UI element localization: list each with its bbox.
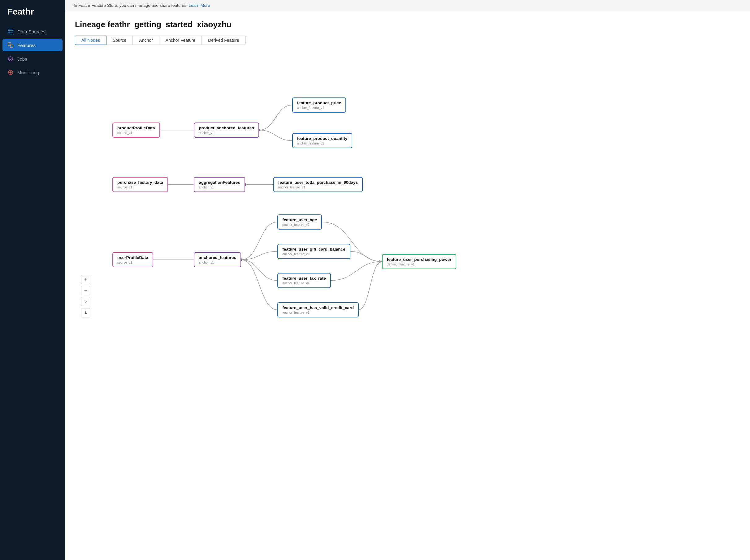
node-subtitle-aggregationFeatures: anchor_v1 [199, 185, 240, 189]
sidebar: Feathr Data Sources Features [0, 0, 65, 560]
node-title-feature_product_quantity: feature_product_quantity [297, 136, 348, 141]
node-subtitle-product_anchored_features: anchor_v1 [199, 131, 254, 135]
node-productProfileData[interactable]: productProfileDatasource_v1 [112, 122, 160, 138]
node-title-aggregationFeatures: aggregationFeatures [199, 180, 240, 185]
filter-tabs: All Nodes Source Anchor Anchor Feature D… [75, 36, 740, 45]
tab-source[interactable]: Source [106, 36, 133, 45]
download-button[interactable]: ⬇ [81, 308, 91, 317]
node-feature_product_quantity[interactable]: feature_product_quantityanchor_feature_v… [292, 133, 353, 148]
node-subtitle-feature_user_gift_card_balance: anchor_feature_v1 [282, 252, 345, 256]
tab-anchor[interactable]: Anchor [133, 36, 159, 45]
fit-button[interactable]: ⤢ [81, 297, 91, 306]
top-banner: In Feathr Feature Store, you can manage … [65, 0, 750, 11]
node-subtitle-feature_user_purchasing_power: derived_feature_v1 [387, 262, 452, 266]
node-feature_user_age[interactable]: feature_user_ageanchor_feature_v1 [277, 215, 322, 229]
tab-anchor-feature[interactable]: Anchor Feature [159, 36, 202, 45]
page-title: Lineage feathr_getting_started_xiaoyzhu [75, 20, 740, 29]
node-feature_user_totla_purchase_in_90days[interactable]: feature_user_totla_purchase_in_90daysanc… [273, 177, 363, 192]
node-title-feature_user_age: feature_user_age [282, 218, 317, 222]
node-title-feature_user_gift_card_balance: feature_user_gift_card_balance [282, 247, 345, 252]
node-purchase_history_data[interactable]: purchase_history_datasource_v1 [112, 177, 168, 192]
node-product_anchored_features[interactable]: product_anchored_featuresanchor_v1 [194, 122, 259, 138]
node-subtitle-feature_product_quantity: anchor_feature_v1 [297, 141, 348, 145]
node-feature_user_purchasing_power[interactable]: feature_user_purchasing_powerderived_fea… [382, 254, 457, 269]
sidebar-item-monitoring[interactable]: Monitoring [2, 66, 62, 79]
sidebar-item-label: Features [17, 43, 36, 48]
table-icon [7, 28, 14, 35]
sidebar-item-data-sources[interactable]: Data Sources [2, 25, 62, 38]
svg-point-6 [8, 57, 13, 61]
node-feature_product_price[interactable]: feature_product_priceanchor_feature_v1 [292, 98, 347, 113]
banner-text: In Feathr Feature Store, you can manage … [74, 3, 188, 8]
node-title-feature_user_has_valid_credit_card: feature_user_has_valid_credit_card [282, 305, 354, 310]
node-title-feature_user_totla_purchase_in_90days: feature_user_totla_purchase_in_90days [278, 180, 358, 185]
sidebar-item-label: Monitoring [17, 70, 39, 75]
zoom-out-button[interactable]: − [81, 286, 91, 295]
zoom-in-button[interactable]: + [81, 275, 91, 284]
tab-derived-feature[interactable]: Derived Feature [201, 36, 245, 45]
node-title-anchored_features: anchored_features [199, 255, 236, 260]
lineage-svg [75, 55, 469, 330]
main-content: In Feathr Feature Store, you can manage … [65, 0, 750, 560]
svg-point-9 [10, 72, 11, 73]
node-title-userProfileData: userProfileData [117, 255, 148, 260]
node-subtitle-feature_user_tax_rate: anchor_feature_v1 [282, 281, 325, 285]
zoom-controls: + − ⤢ ⬇ [81, 275, 91, 317]
sidebar-item-jobs[interactable]: Jobs [2, 53, 62, 65]
node-subtitle-anchored_features: anchor_v1 [199, 260, 236, 264]
sidebar-item-label: Data Sources [17, 29, 45, 34]
page-body: Lineage feathr_getting_started_xiaoyzhu … [65, 11, 750, 560]
node-feature_user_gift_card_balance[interactable]: feature_user_gift_card_balanceanchor_fea… [277, 244, 350, 259]
node-subtitle-feature_user_has_valid_credit_card: anchor_feature_v1 [282, 311, 354, 314]
node-subtitle-feature_user_totla_purchase_in_90days: anchor_feature_v1 [278, 185, 358, 189]
node-title-feature_user_tax_rate: feature_user_tax_rate [282, 276, 325, 281]
node-title-product_anchored_features: product_anchored_features [199, 126, 254, 130]
sidebar-nav: Data Sources Features Jobs [0, 25, 65, 79]
svg-rect-0 [8, 29, 13, 34]
node-userProfileData[interactable]: userProfileDatasource_v1 [112, 252, 153, 267]
learn-more-link[interactable]: Learn More [189, 3, 210, 8]
node-feature_user_has_valid_credit_card[interactable]: feature_user_has_valid_credit_cardanchor… [277, 302, 358, 317]
monitoring-icon [7, 69, 14, 76]
node-title-purchase_history_data: purchase_history_data [117, 180, 163, 185]
node-feature_user_tax_rate[interactable]: feature_user_tax_rateanchor_feature_v1 [277, 273, 331, 288]
sidebar-item-features[interactable]: Features [2, 39, 62, 52]
lineage-area: + − ⤢ ⬇ productProfileDatasource_v1produ… [75, 55, 740, 330]
node-anchored_features[interactable]: anchored_featuresanchor_v1 [194, 252, 241, 267]
app-logo: Feathr [0, 0, 65, 25]
node-title-productProfileData: productProfileData [117, 126, 155, 130]
node-title-feature_product_price: feature_product_price [297, 101, 341, 105]
sidebar-item-label: Jobs [17, 56, 27, 62]
node-subtitle-purchase_history_data: source_v1 [117, 185, 163, 189]
node-subtitle-userProfileData: source_v1 [117, 260, 148, 264]
node-aggregationFeatures[interactable]: aggregationFeaturesanchor_v1 [194, 177, 245, 192]
node-title-feature_user_purchasing_power: feature_user_purchasing_power [387, 257, 452, 262]
jobs-icon [7, 56, 14, 62]
tag-icon [7, 42, 14, 48]
node-subtitle-feature_product_price: anchor_feature_v1 [297, 106, 341, 109]
node-subtitle-feature_user_age: anchor_feature_v1 [282, 223, 317, 226]
node-subtitle-productProfileData: source_v1 [117, 131, 155, 135]
tab-all-nodes[interactable]: All Nodes [75, 36, 106, 45]
